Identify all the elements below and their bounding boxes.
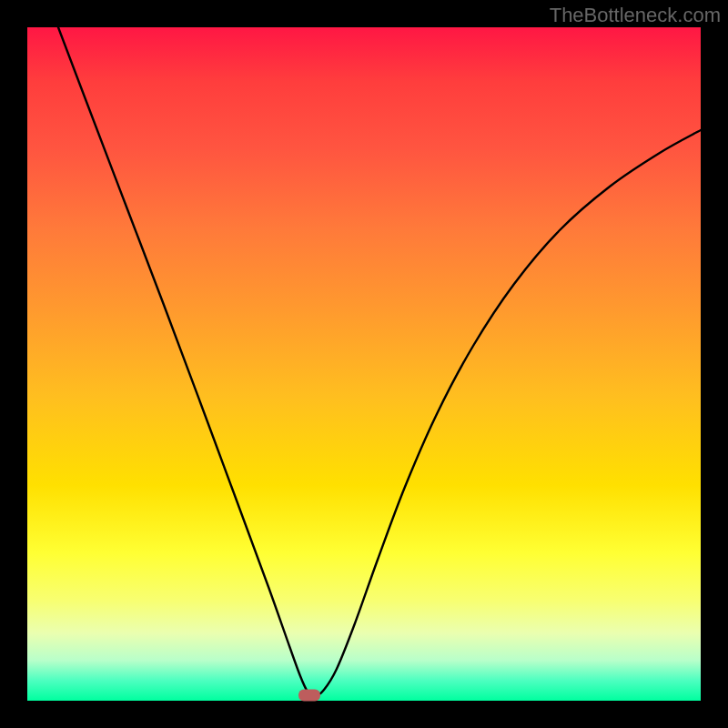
minimum-marker <box>298 690 320 702</box>
bottleneck-curve <box>27 27 701 701</box>
plot-area <box>27 27 701 701</box>
watermark-text: TheBottleneck.com <box>550 4 721 27</box>
